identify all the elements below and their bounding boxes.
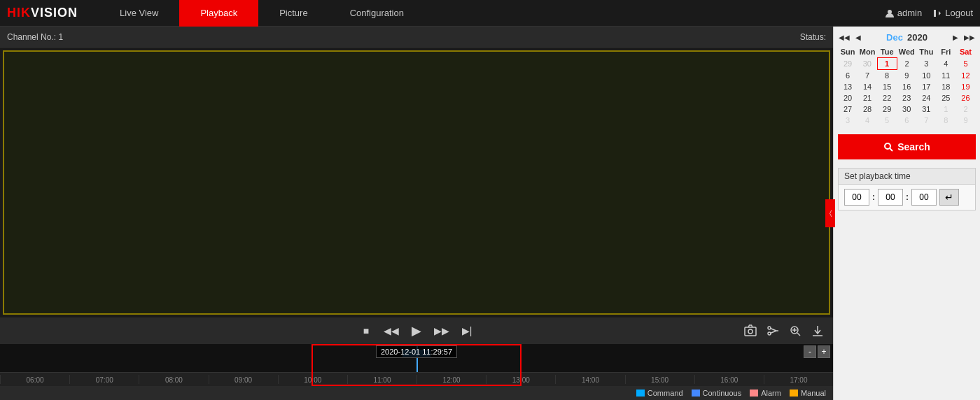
playback-time-title: Set playback time <box>839 169 975 185</box>
tl-08: 08:00 <box>139 375 208 384</box>
legend-manual: Manual <box>790 389 826 397</box>
svg-line-5 <box>771 329 777 331</box>
legend-manual-label: Manual <box>801 389 826 397</box>
cal-day[interactable]: 1 <box>936 103 955 115</box>
cal-day[interactable]: 24 <box>916 92 936 103</box>
stop-button[interactable]: ■ <box>358 322 374 339</box>
logout-btn[interactable]: Logout <box>932 8 973 18</box>
cal-day[interactable]: 9 <box>897 70 916 82</box>
timeline-inner[interactable]: 2020-12-01 11:29:57 - + 06:00 07:00 08:0… <box>0 344 833 386</box>
next-button[interactable]: ▶▶ <box>433 322 450 339</box>
playback-second-input[interactable] <box>911 189 937 206</box>
cal-day[interactable]: 3 <box>838 115 858 126</box>
cal-day[interactable]: 10 <box>916 70 936 82</box>
cal-day[interactable]: 27 <box>838 103 858 115</box>
username: admin <box>897 8 922 18</box>
cal-day[interactable]: 19 <box>955 81 975 92</box>
cal-next-month-btn[interactable]: ▶ <box>949 31 962 43</box>
playback-time-section: Set playback time : : ↵ <box>838 168 976 210</box>
cal-day[interactable]: 21 <box>858 92 877 103</box>
toggle-panel-btn[interactable]: 〈 <box>825 199 835 227</box>
cal-day[interactable]: 2 <box>897 58 916 70</box>
controls-bar: ■ ◀◀ ▶ ▶▶ ▶| <box>0 317 833 344</box>
cal-day[interactable]: 7 <box>916 115 936 126</box>
tl-13: 13:00 <box>486 375 555 384</box>
cal-header-sun: Sun <box>838 46 858 58</box>
right-panel: 〈 ◀◀ ◀ Dec 2020 ▶ ▶▶ <box>833 27 980 400</box>
cal-day[interactable]: 9 <box>955 115 975 126</box>
play-button[interactable]: ▶ <box>408 322 425 339</box>
cal-day[interactable]: 12 <box>955 70 975 82</box>
cal-day[interactable]: 13 <box>838 81 858 92</box>
cal-day[interactable]: 5 <box>955 58 975 70</box>
zoom-button[interactable] <box>787 322 804 339</box>
cal-day[interactable]: 23 <box>897 92 916 103</box>
calendar-grid: Sun Mon Tue Wed Thu Fri Sat 29 30 <box>838 46 976 126</box>
legend-alarm-dot <box>750 390 758 397</box>
cal-day[interactable]: 20 <box>838 92 858 103</box>
cal-day[interactable]: 16 <box>897 81 916 92</box>
cal-day[interactable]: 18 <box>936 81 955 92</box>
cal-prev-month-btn[interactable]: ◀ <box>852 31 864 43</box>
nav-playback[interactable]: Playback <box>179 0 258 27</box>
cal-day[interactable]: 14 <box>858 81 877 92</box>
screenshot-button[interactable] <box>742 322 759 339</box>
tl-11: 11:00 <box>347 375 416 384</box>
cal-prev-year-btn[interactable]: ◀◀ <box>838 31 850 43</box>
zoom-plus-btn[interactable]: + <box>818 345 830 358</box>
step-button[interactable]: ▶| <box>458 322 475 339</box>
cal-month: Dec <box>886 32 903 43</box>
nav-picture[interactable]: Picture <box>258 0 328 27</box>
cal-day[interactable]: 22 <box>877 92 897 103</box>
cal-day[interactable]: 29 <box>838 58 858 70</box>
cal-day-1[interactable]: 1 <box>877 58 897 70</box>
cal-nav-right: ▶ ▶▶ <box>949 31 976 43</box>
search-button[interactable]: Search <box>838 134 976 159</box>
cal-day[interactable]: 29 <box>877 103 897 115</box>
playback-confirm-button[interactable]: ↵ <box>939 189 959 206</box>
cal-day[interactable]: 30 <box>858 58 877 70</box>
cal-day[interactable]: 17 <box>916 81 936 92</box>
cal-day[interactable]: 26 <box>955 92 975 103</box>
playback-minute-input[interactable] <box>878 189 903 206</box>
cal-header-fri: Fri <box>936 46 955 58</box>
playback-hour-input[interactable] <box>844 189 869 206</box>
cal-day[interactable]: 15 <box>877 81 897 92</box>
time-sep-1: : <box>872 192 875 202</box>
cal-day[interactable]: 5 <box>877 115 897 126</box>
cal-day[interactable]: 8 <box>936 115 955 126</box>
legend-command: Command <box>636 389 683 397</box>
cal-day[interactable]: 2 <box>955 103 975 115</box>
svg-rect-1 <box>745 327 756 336</box>
cal-next-year-btn[interactable]: ▶▶ <box>963 31 976 43</box>
nav-configuration[interactable]: Configuration <box>329 0 425 27</box>
cal-day[interactable]: 6 <box>838 70 858 82</box>
zoom-controls: - + <box>804 345 830 358</box>
svg-point-4 <box>768 332 771 335</box>
logout-label: Logout <box>945 8 973 18</box>
cal-day[interactable]: 28 <box>858 103 877 115</box>
cal-day[interactable]: 25 <box>936 92 955 103</box>
legend-continuous: Continuous <box>692 389 742 397</box>
cal-day[interactable]: 30 <box>897 103 916 115</box>
download-button[interactable] <box>809 322 826 339</box>
tl-14: 14:00 <box>555 375 624 384</box>
nav-live-view[interactable]: Live View <box>99 0 179 27</box>
cal-day[interactable]: 11 <box>936 70 955 82</box>
cut-button[interactable] <box>764 322 781 339</box>
zoom-minus-btn[interactable]: - <box>804 345 816 358</box>
tl-12: 12:00 <box>416 375 486 384</box>
cal-day[interactable]: 4 <box>936 58 955 70</box>
tl-16: 16:00 <box>694 375 764 384</box>
channel-bar: Channel No.: 1 Status: <box>0 27 833 48</box>
video-area <box>3 50 830 315</box>
cal-day[interactable]: 6 <box>897 115 916 126</box>
cal-day[interactable]: 7 <box>858 70 877 82</box>
cal-nav-left: ◀◀ ◀ <box>838 31 864 43</box>
cal-day[interactable]: 4 <box>858 115 877 126</box>
legend-bar: Command Continuous Alarm Manual <box>0 386 833 400</box>
cal-day[interactable]: 8 <box>877 70 897 82</box>
cal-day[interactable]: 31 <box>916 103 936 115</box>
cal-day[interactable]: 3 <box>916 58 936 70</box>
prev-button[interactable]: ◀◀ <box>383 322 400 339</box>
